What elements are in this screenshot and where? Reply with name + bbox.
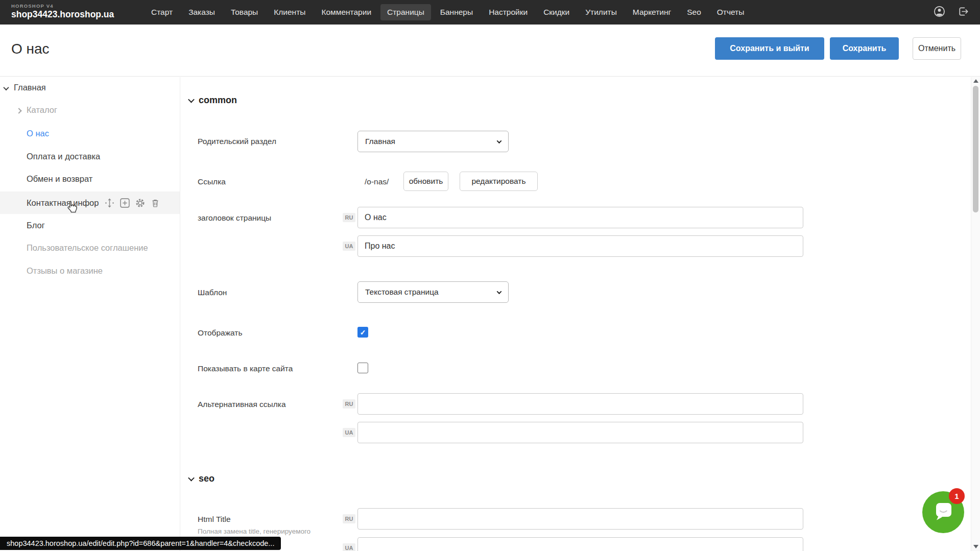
nav-marketing[interactable]: Маркетинг bbox=[626, 4, 678, 20]
lang-badge-ua: UA bbox=[343, 428, 355, 437]
check-icon: ✓ bbox=[360, 329, 366, 336]
parent-section-select[interactable]: Главная bbox=[357, 131, 509, 152]
user-account-icon[interactable] bbox=[934, 6, 945, 19]
nav-products[interactable]: Товары bbox=[224, 4, 265, 20]
html-title-input-ru[interactable] bbox=[357, 508, 803, 530]
logout-icon[interactable] bbox=[958, 6, 969, 19]
refresh-link-button[interactable]: обновить bbox=[403, 172, 448, 191]
save-button[interactable]: Сохранить bbox=[830, 37, 899, 60]
save-and-exit-button[interactable]: Сохранить и выйти bbox=[715, 37, 824, 60]
edit-link-button[interactable]: редактировать bbox=[460, 172, 538, 191]
delete-trash-icon[interactable] bbox=[150, 198, 160, 208]
chevron-down-icon[interactable] bbox=[4, 83, 8, 92]
cursor-hand-icon bbox=[65, 199, 80, 217]
sidebar-item-blog[interactable]: Блог bbox=[0, 214, 180, 236]
lang-badge-ua: UA bbox=[343, 242, 355, 251]
nav-comments[interactable]: Комментарии bbox=[315, 4, 378, 20]
topbar-right-icons bbox=[934, 0, 969, 25]
sidebar-item-store-reviews[interactable]: Отзывы о магазине bbox=[0, 259, 180, 282]
section-seo-header[interactable]: seo bbox=[189, 473, 214, 484]
page-header: О нас Сохранить и выйти Сохранить Отмени… bbox=[0, 25, 980, 77]
chevron-down-icon bbox=[188, 475, 195, 482]
sitemap-checkbox[interactable] bbox=[357, 363, 368, 373]
html-title-hint: Полная замена title, генерируемого bbox=[198, 528, 310, 535]
brand-domain-label: shop34423.horoshop.ua bbox=[11, 9, 114, 20]
sidebar-item-contact-info[interactable]: Контактная инфор bbox=[0, 191, 180, 214]
html-title-input-ua[interactable] bbox=[357, 537, 803, 551]
brand-version-label: HOROSHOP V4 bbox=[11, 3, 114, 9]
move-icon[interactable] bbox=[104, 198, 115, 208]
chevron-down-icon bbox=[497, 138, 502, 143]
chevron-right-icon[interactable] bbox=[17, 105, 21, 115]
sidebar-item-payment-delivery[interactable]: Оплата и доставка bbox=[0, 145, 180, 167]
sidebar-item-user-agreement[interactable]: Пользовательское соглашение bbox=[0, 236, 180, 259]
cancel-button[interactable]: Отменить bbox=[913, 37, 961, 60]
sidebar-item-exchange-return[interactable]: Обмен и возврат bbox=[0, 167, 180, 190]
alt-link-input-ua[interactable] bbox=[357, 422, 803, 443]
html-title-label: Html Title bbox=[198, 515, 231, 524]
lang-badge-ru: RU bbox=[343, 399, 355, 409]
lang-badge-ua: UA bbox=[343, 543, 355, 551]
header-buttons: Сохранить и выйти Сохранить Отменить bbox=[715, 37, 961, 60]
nav-settings[interactable]: Настройки bbox=[482, 4, 534, 20]
settings-gear-icon[interactable] bbox=[135, 198, 146, 208]
page-title-label: заголовок страницы bbox=[198, 213, 271, 223]
status-url-tooltip: shop34423.horoshop.ua/edit/edit.php?id=6… bbox=[0, 537, 281, 550]
vertical-scrollbar[interactable] bbox=[971, 77, 980, 551]
lang-badge-ru: RU bbox=[343, 514, 355, 523]
scroll-up-arrow[interactable] bbox=[973, 79, 978, 83]
alt-link-input-ru[interactable] bbox=[357, 393, 803, 415]
link-path-value: /o-nas/ bbox=[365, 177, 389, 186]
nav-clients[interactable]: Клиенты bbox=[267, 4, 312, 20]
top-navigation: Старт Заказы Товары Клиенты Комментарии … bbox=[145, 0, 751, 25]
display-checkbox[interactable]: ✓ bbox=[357, 327, 368, 338]
section-common-header[interactable]: common bbox=[189, 95, 237, 106]
top-bar: HOROSHOP V4 shop34423.horoshop.ua Старт … bbox=[0, 0, 980, 25]
brand-logo[interactable]: HOROSHOP V4 shop34423.horoshop.ua bbox=[11, 3, 114, 20]
nav-reports[interactable]: Отчеты bbox=[710, 4, 751, 20]
chevron-down-icon bbox=[188, 97, 195, 103]
template-label: Шаблон bbox=[198, 288, 227, 297]
chat-widget-button[interactable]: 1 bbox=[922, 491, 964, 533]
nav-discounts[interactable]: Скидки bbox=[537, 4, 576, 20]
sitemap-label: Показывать в карте сайта bbox=[198, 364, 293, 373]
scroll-down-arrow[interactable] bbox=[973, 545, 978, 548]
page-title-input-ua[interactable] bbox=[357, 235, 803, 257]
alt-link-label: Альтернативная ссылка bbox=[198, 400, 286, 409]
nav-seo[interactable]: Seo bbox=[680, 4, 708, 20]
parent-section-label: Родительский раздел bbox=[198, 137, 276, 146]
nav-utilities[interactable]: Утилиты bbox=[579, 4, 624, 20]
nav-pages[interactable]: Страницы bbox=[380, 4, 431, 20]
horoshop-admin-app: HOROSHOP V4 shop34423.horoshop.ua Старт … bbox=[0, 0, 980, 551]
add-icon[interactable] bbox=[119, 198, 130, 208]
nav-orders[interactable]: Заказы bbox=[182, 4, 222, 20]
link-label: Ссылка bbox=[198, 177, 226, 186]
page-title: О нас bbox=[11, 41, 50, 57]
nav-start[interactable]: Старт bbox=[145, 4, 179, 20]
pages-tree-sidebar: Главная Каталог О нас Оплата и доставка … bbox=[0, 77, 180, 551]
sidebar-item-home[interactable]: Главная bbox=[0, 76, 180, 99]
template-select[interactable]: Текстовая страница bbox=[357, 281, 509, 303]
sidebar-item-about[interactable]: О нас bbox=[0, 122, 180, 145]
chat-bubble-icon bbox=[933, 501, 954, 523]
page-title-input-ru[interactable] bbox=[357, 207, 803, 228]
lang-badge-ru: RU bbox=[343, 213, 355, 222]
display-label: Отображать bbox=[198, 328, 243, 338]
tree-item-actions bbox=[104, 198, 160, 208]
scrollbar-thumb[interactable] bbox=[973, 86, 978, 212]
chat-unread-badge: 1 bbox=[949, 488, 965, 504]
sidebar-item-catalog[interactable]: Каталог bbox=[0, 99, 180, 121]
chevron-down-icon bbox=[497, 289, 502, 294]
nav-banners[interactable]: Баннеры bbox=[434, 4, 480, 20]
